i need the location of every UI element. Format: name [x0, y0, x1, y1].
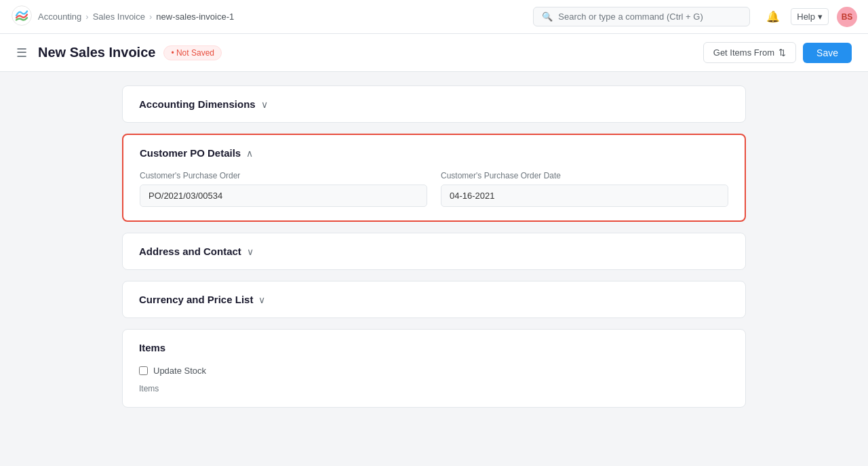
customer-po-details-title: Customer PO Details [140, 147, 241, 159]
accounting-dimensions-title: Accounting Dimensions [139, 98, 256, 110]
app-logo[interactable] [11, 5, 33, 28]
breadcrumb-sep-2: › [149, 12, 152, 22]
search-bar[interactable]: 🔍 Search or type a command (Ctrl + G) [533, 7, 750, 26]
page-title: New Sales Invoice [38, 45, 155, 60]
purchase-order-date-input[interactable] [441, 185, 728, 207]
get-items-from-label: Get Items From [713, 47, 774, 58]
address-contact-section: Address and Contact ∨ [122, 233, 746, 270]
avatar[interactable]: BS [837, 7, 857, 27]
update-stock-row: Update Stock [139, 366, 729, 376]
help-chevron-icon: ▾ [818, 12, 823, 22]
update-stock-checkbox[interactable] [139, 366, 148, 375]
accounting-dimensions-chevron-icon: ∨ [261, 99, 268, 110]
customer-po-details-header[interactable]: Customer PO Details ∧ [123, 135, 745, 171]
address-contact-title: Address and Contact [139, 246, 241, 257]
breadcrumb-sep-1: › [85, 12, 88, 22]
page-header-actions: Get Items From ⇅ Save [703, 42, 852, 63]
address-contact-chevron-icon: ∨ [247, 246, 254, 257]
purchase-order-date-label: Customer's Purchase Order Date [441, 171, 728, 180]
help-label: Help [797, 12, 815, 22]
get-items-sort-icon: ⇅ [778, 47, 786, 58]
get-items-from-button[interactable]: Get Items From ⇅ [703, 42, 796, 63]
items-sub-label: Items [139, 384, 729, 393]
top-navigation: Accounting › Sales Invoice › new-sales-i… [0, 0, 868, 34]
items-section: Items Update Stock Items [122, 329, 746, 408]
search-icon: 🔍 [542, 12, 553, 22]
not-saved-badge: • Not Saved [163, 45, 222, 60]
accounting-dimensions-section: Accounting Dimensions ∨ [122, 85, 746, 123]
purchase-order-group: Customer's Purchase Order [140, 171, 427, 207]
page-header: ☰ New Sales Invoice • Not Saved Get Item… [0, 34, 868, 72]
address-contact-header[interactable]: Address and Contact ∨ [123, 233, 745, 269]
update-stock-label: Update Stock [153, 366, 206, 376]
customer-po-form-row: Customer's Purchase Order Customer's Pur… [140, 171, 728, 207]
search-placeholder-text: Search or type a command (Ctrl + G) [558, 12, 703, 22]
currency-price-list-header[interactable]: Currency and Price List ∨ [123, 281, 745, 317]
svg-point-0 [12, 6, 32, 26]
breadcrumb-current: new-sales-invoice-1 [156, 12, 234, 22]
hamburger-icon[interactable]: ☰ [16, 45, 27, 60]
items-section-body: Update Stock Items [123, 366, 745, 407]
customer-po-details-section: Customer PO Details ∧ Customer's Purchas… [122, 134, 746, 222]
purchase-order-label: Customer's Purchase Order [140, 171, 427, 180]
breadcrumb-accounting[interactable]: Accounting [38, 12, 81, 22]
notifications-bell-icon[interactable]: 🔔 [764, 7, 783, 26]
main-content: Accounting Dimensions ∨ Customer PO Deta… [0, 72, 868, 421]
currency-price-list-section: Currency and Price List ∨ [122, 281, 746, 318]
purchase-order-input[interactable] [140, 185, 427, 207]
purchase-order-date-group: Customer's Purchase Order Date [441, 171, 728, 207]
currency-price-list-chevron-icon: ∨ [258, 294, 265, 305]
breadcrumb-sales-invoice[interactable]: Sales Invoice [93, 12, 145, 22]
topnav-right: 🔔 Help ▾ BS [764, 7, 857, 27]
breadcrumb: Accounting › Sales Invoice › new-sales-i… [38, 12, 234, 22]
help-button[interactable]: Help ▾ [791, 8, 829, 25]
accounting-dimensions-header[interactable]: Accounting Dimensions ∨ [123, 86, 745, 122]
customer-po-details-chevron-icon: ∧ [246, 148, 253, 159]
customer-po-details-body: Customer's Purchase Order Customer's Pur… [123, 171, 745, 220]
items-header[interactable]: Items [123, 330, 745, 366]
save-button[interactable]: Save [803, 43, 852, 63]
items-title: Items [139, 342, 165, 353]
currency-price-list-title: Currency and Price List [139, 294, 253, 305]
